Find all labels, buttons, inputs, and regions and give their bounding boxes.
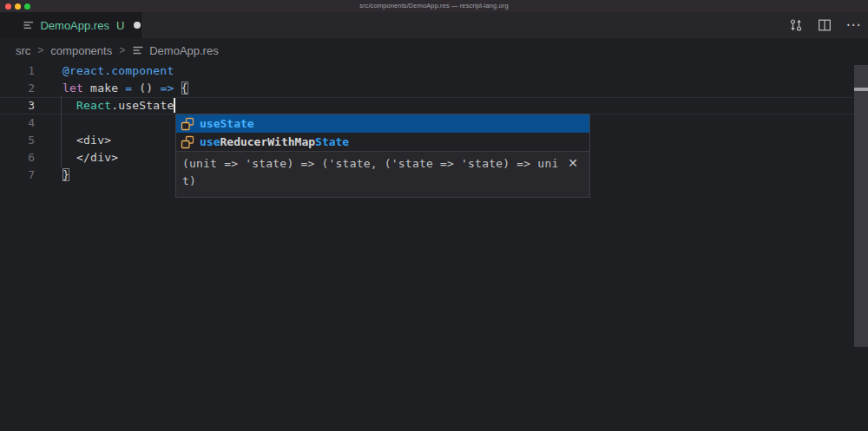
code-token: React <box>76 99 111 112</box>
file-icon <box>23 19 34 31</box>
code-token: <div> <box>62 134 111 147</box>
symbol-field-icon <box>181 117 194 131</box>
close-icon[interactable]: ✕ <box>568 157 578 169</box>
code-token: let <box>62 82 83 95</box>
suggestion-item[interactable]: useReducerWithMapState <box>176 133 589 151</box>
vscode-window: src/components/DemoApp.res — rescript-la… <box>0 0 868 431</box>
signature-line: t) <box>182 173 563 190</box>
chevron-right-icon: > <box>37 44 43 56</box>
git-status-badge: U <box>116 19 124 32</box>
overview-ruler-cursor-mark <box>854 88 868 91</box>
code-line[interactable]: React.useState <box>0 97 868 114</box>
tab-demoapp[interactable]: DemoApp.res U <box>0 12 141 38</box>
text-cursor <box>174 98 175 113</box>
split-editor-icon[interactable] <box>817 17 832 33</box>
suggest-widget: useState useReducerWithMapState (unit =>… <box>175 114 590 198</box>
code-token: => <box>160 82 174 95</box>
matched-bracket: } <box>62 168 69 181</box>
modified-dot-icon[interactable] <box>134 22 141 29</box>
breadcrumb-item-components[interactable]: components <box>50 44 112 57</box>
code-token: @react.component <box>62 64 174 77</box>
titlebar: src/components/DemoApp.res — rescript-la… <box>0 0 868 12</box>
code-token: </div> <box>62 151 118 164</box>
tab-label: DemoApp.res <box>40 19 108 32</box>
chevron-right-icon: > <box>119 44 125 56</box>
suggestion-label: useReducerWithMapState <box>200 135 349 148</box>
file-icon <box>132 44 144 56</box>
code-token: make <box>83 82 125 95</box>
tab-bar: DemoApp.res U <box>0 12 868 38</box>
window-title: src/components/DemoApp.res — rescript-la… <box>0 0 868 12</box>
more-actions-icon[interactable]: ⋯ <box>845 17 861 33</box>
signature-line: (unit => 'state) => ('state, ('state => … <box>182 155 563 173</box>
symbol-field-icon <box>181 135 194 149</box>
open-changes-icon[interactable] <box>788 17 804 33</box>
suggestion-label: useState <box>200 117 254 130</box>
code-token: () <box>132 82 160 95</box>
suggestion-item[interactable]: useState <box>176 114 589 133</box>
scrollbar[interactable] <box>854 65 868 347</box>
breadcrumb-item-file[interactable]: DemoApp.res <box>132 44 218 57</box>
matched-bracket: { <box>181 82 188 95</box>
code-line[interactable]: @react.component <box>0 62 868 80</box>
suggest-docs: (unit => 'state) => ('state, ('state => … <box>176 151 589 197</box>
breadcrumb-item-src[interactable]: src <box>16 44 30 57</box>
breadcrumb-file-label: DemoApp.res <box>149 44 218 57</box>
code-token <box>174 82 181 95</box>
suggest-list: useState useReducerWithMapState <box>176 114 589 151</box>
indent-guide <box>61 95 62 167</box>
code-token <box>62 99 76 112</box>
code-line[interactable]: let make = () => { <box>0 80 868 97</box>
signature-text: (unit => 'state) => ('state, ('state => … <box>182 155 563 190</box>
editor-actions: ⋯ <box>788 12 861 38</box>
breadcrumb: src > components > DemoApp.res <box>0 38 868 62</box>
code-token: .useState <box>111 99 174 112</box>
